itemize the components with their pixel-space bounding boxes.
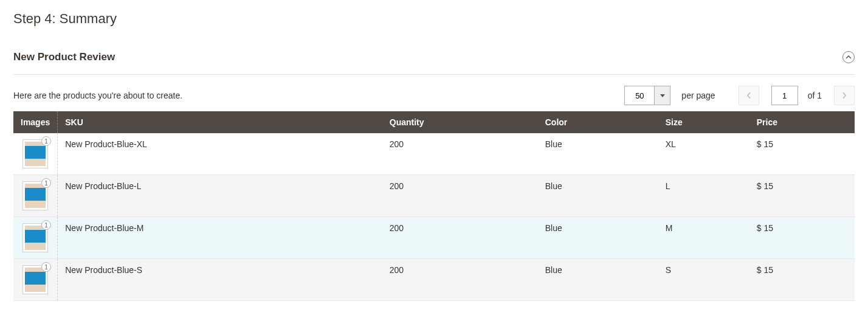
caret-down-icon <box>660 94 665 97</box>
chevron-right-icon <box>842 92 847 99</box>
cell-images: 1 <box>13 133 58 175</box>
section-divider <box>13 74 855 75</box>
next-page-button[interactable] <box>834 86 855 105</box>
cell-size: S <box>658 259 749 301</box>
cell-size: L <box>658 175 749 217</box>
table-row: 1 New Product-Blue-M 200 Blue M $ 15 <box>13 217 855 259</box>
cell-sku: New Product-Blue-M <box>58 217 382 259</box>
cell-sku: New Product-Blue-XL <box>58 133 382 175</box>
table-row: 1 New Product-Blue-XL 200 Blue XL $ 15 <box>13 133 855 175</box>
header-sku: SKU <box>58 111 382 133</box>
cell-images: 1 <box>13 175 58 217</box>
cell-size: M <box>658 217 749 259</box>
cell-color: Blue <box>538 259 658 301</box>
cell-quantity: 200 <box>382 175 538 217</box>
step-title: Step 4: Summary <box>13 11 855 27</box>
table-row: 1 New Product-Blue-L 200 Blue L $ 15 <box>13 175 855 217</box>
cell-color: Blue <box>538 133 658 175</box>
cell-images: 1 <box>13 259 58 301</box>
products-table: Images SKU Quantity Color Size Price 1 N… <box>13 111 855 301</box>
product-thumbnail[interactable]: 1 <box>22 181 48 210</box>
chevron-up-icon <box>846 54 852 60</box>
cell-price: $ 15 <box>749 133 855 175</box>
cell-price: $ 15 <box>749 259 855 301</box>
header-color: Color <box>538 111 658 133</box>
prev-page-button[interactable] <box>739 86 759 105</box>
cell-quantity: 200 <box>382 259 538 301</box>
page-number-input[interactable] <box>771 86 798 105</box>
product-thumbnail[interactable]: 1 <box>22 265 48 294</box>
pager: per page of 1 <box>624 86 855 105</box>
cell-sku: New Product-Blue-L <box>58 175 382 217</box>
per-page-label: per page <box>681 91 715 100</box>
cell-color: Blue <box>538 217 658 259</box>
header-price: Price <box>749 111 855 133</box>
cell-price: $ 15 <box>749 217 855 259</box>
image-count-badge: 1 <box>41 220 51 230</box>
product-thumbnail[interactable]: 1 <box>22 223 48 252</box>
image-count-badge: 1 <box>41 136 51 146</box>
cell-price: $ 15 <box>749 175 855 217</box>
page-of-label: of 1 <box>808 91 822 100</box>
section-title: New Product Review <box>13 51 115 63</box>
cell-sku: New Product-Blue-S <box>58 259 382 301</box>
collapse-section-button[interactable] <box>842 51 855 63</box>
per-page-dropdown-button[interactable] <box>655 86 670 105</box>
table-row: 1 New Product-Blue-S 200 Blue S $ 15 <box>13 259 855 301</box>
cell-color: Blue <box>538 175 658 217</box>
table-header-row: Images SKU Quantity Color Size Price <box>13 111 855 133</box>
product-thumbnail[interactable]: 1 <box>22 139 48 168</box>
header-size: Size <box>658 111 749 133</box>
cell-quantity: 200 <box>382 217 538 259</box>
intro-text: Here are the products you're about to cr… <box>13 91 182 100</box>
per-page-input[interactable] <box>624 86 655 105</box>
image-count-badge: 1 <box>41 262 51 272</box>
header-quantity: Quantity <box>382 111 538 133</box>
image-count-badge: 1 <box>41 178 51 188</box>
cell-images: 1 <box>13 217 58 259</box>
cell-size: XL <box>658 133 749 175</box>
chevron-left-icon <box>746 92 751 99</box>
cell-quantity: 200 <box>382 133 538 175</box>
header-images: Images <box>13 111 58 133</box>
